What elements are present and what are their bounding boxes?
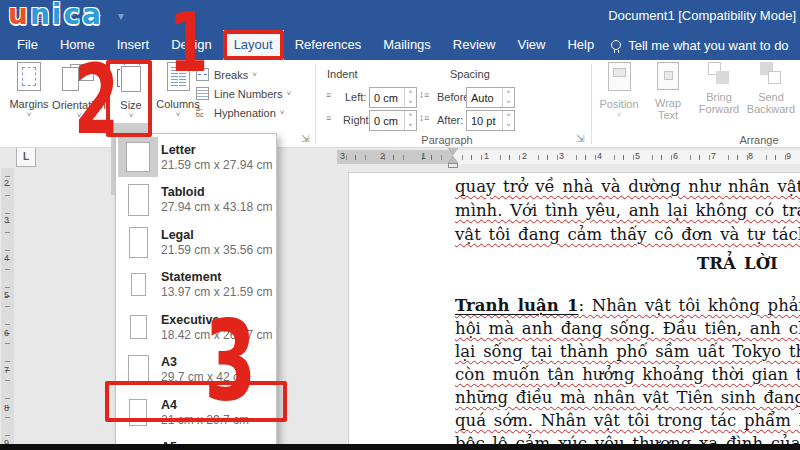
spinner-down-icon[interactable]: ˅ xyxy=(405,121,416,131)
qat-customize-icon[interactable]: ▾ xyxy=(118,9,124,23)
annotation-number-3: 3 xyxy=(204,306,256,416)
tab-layout[interactable]: Layout xyxy=(223,30,284,60)
ruler-number: 5 xyxy=(635,151,640,161)
hyphenation-icon: a-bc xyxy=(196,106,209,119)
ruler-number: 1 xyxy=(421,151,426,161)
document-text-line: lại sống tại thành phố sầm uất Tokyo thế… xyxy=(455,341,800,363)
position-icon xyxy=(608,62,631,91)
spinner-down-icon[interactable]: ˅ xyxy=(405,98,416,108)
group-separator xyxy=(591,64,592,144)
logo-letters-nica: nica xyxy=(30,0,103,31)
spacing-after-bars: ≡ xyxy=(424,113,429,123)
group-separator xyxy=(315,64,316,144)
wrap-text-icon xyxy=(657,62,679,90)
spacing-before-input[interactable]: Auto ˄˅ xyxy=(466,87,515,108)
size-option-legal[interactable]: Legal21.59 cm x 35.56 cm xyxy=(116,221,276,264)
chevron-down-icon: ˅ xyxy=(596,111,642,119)
size-option-dims: 21.59 cm x 35.56 cm xyxy=(161,243,272,258)
size-option-name: Statement xyxy=(161,269,272,285)
position-button[interactable]: Position ˅ xyxy=(596,62,642,119)
ruler-number: 5 xyxy=(4,290,9,300)
indent-marker[interactable] xyxy=(448,148,459,168)
paper-icon xyxy=(118,180,158,220)
send-backward-button[interactable]: Send Backward xyxy=(744,62,798,115)
ruler-number: 8 xyxy=(4,403,9,413)
size-option-tabloid[interactable]: Tabloid27.94 cm x 43.18 cm xyxy=(116,179,276,222)
tab-review-label: Review xyxy=(453,37,496,52)
tab-mailings[interactable]: Mailings xyxy=(372,30,442,60)
tab-file[interactable]: File xyxy=(6,30,49,60)
bring-forward-label-2: Forward xyxy=(694,103,744,115)
ribbon-tab-bar: File Home Insert Design Layout Reference… xyxy=(0,30,800,60)
chevron-down-icon: ˅ xyxy=(286,89,291,98)
spacing-before-spinner[interactable]: ˄˅ xyxy=(502,88,514,107)
paper-icon xyxy=(118,265,158,305)
spinner-down-icon[interactable]: ˅ xyxy=(503,98,514,108)
spinner-up-icon[interactable]: ˄ xyxy=(405,88,416,98)
tell-me-label: Tell me what you want to do xyxy=(628,38,788,53)
spinner-down-icon[interactable]: ˅ xyxy=(503,121,514,131)
ruler-number: 4 xyxy=(597,151,602,161)
margins-icon xyxy=(17,62,41,91)
annotation-box-step3 xyxy=(105,381,287,422)
ruler-number: 6 xyxy=(4,328,9,338)
tab-help-label: Help xyxy=(567,37,594,52)
document-text-line: Tranh luận 1: Nhân vật tôi không phải đa… xyxy=(455,295,800,317)
tab-view[interactable]: View xyxy=(506,30,556,60)
chevron-down-icon: ˅ xyxy=(280,108,285,117)
indent-right-icon-bars: ≡ xyxy=(326,113,331,123)
bottom-black-bar xyxy=(0,444,800,450)
size-option-letter[interactable]: Letter21.59 cm x 27.94 cm xyxy=(116,136,276,179)
bring-forward-button[interactable]: Bring Forward xyxy=(694,62,744,115)
indent-left-spinner[interactable]: ˄˅ xyxy=(404,88,416,107)
unica-logo: unica xyxy=(8,0,103,31)
indent-right-spinner[interactable]: ˄˅ xyxy=(404,111,416,130)
tab-references[interactable]: References xyxy=(284,30,372,60)
paragraph-dialog-launcher-icon[interactable]: ⇲ xyxy=(576,134,584,144)
tab-layout-label: Layout xyxy=(234,37,273,52)
ruler-number: 3 xyxy=(340,151,345,161)
document-text-line: những điều mà nhân vật Tiên sinh đang cấ… xyxy=(455,387,800,409)
document-text-line: hội mà anh đang sống. Đầu tiên, anh chỉ … xyxy=(455,318,800,340)
spacing-after-value: 10 pt xyxy=(467,115,502,127)
document-text-line: vật tôi đang cảm thấy cô đơn và tự tách … xyxy=(455,224,800,246)
wrap-text-label-1: Wrap xyxy=(644,97,692,109)
paper-icon xyxy=(118,307,158,347)
margins-button[interactable]: Margins ˅ xyxy=(6,62,52,119)
spinner-up-icon[interactable]: ˄ xyxy=(405,111,416,121)
indent-section-label: Indent xyxy=(327,68,358,80)
spinner-up-icon[interactable]: ˄ xyxy=(503,88,514,98)
line-numbers-label: Line Numbers xyxy=(214,88,282,100)
paper-icon-selected xyxy=(118,137,158,177)
spacing-after-input[interactable]: 10 pt ˄˅ xyxy=(466,110,515,131)
ruler-number: 3 xyxy=(4,215,9,225)
chevron-down-icon: ˅ xyxy=(6,111,52,119)
tab-help[interactable]: Help xyxy=(556,30,605,60)
horizontal-ruler-margin xyxy=(337,150,453,164)
bring-forward-icon xyxy=(708,62,730,86)
spinner-up-icon[interactable]: ˄ xyxy=(503,111,514,121)
logo-letter-u: u xyxy=(8,0,30,31)
line-numbers-button[interactable]: Line Numbers ˅ xyxy=(196,87,291,100)
tab-selector[interactable]: L xyxy=(16,147,36,167)
page-setup-dialog-launcher-icon[interactable]: ⇲ xyxy=(301,134,309,144)
send-backward-icon xyxy=(760,62,782,86)
ruler-number: 3 xyxy=(559,151,564,161)
indent-right-value: 0 cm xyxy=(370,115,404,127)
indent-right-input[interactable]: 0 cm ˄˅ xyxy=(369,110,417,131)
indent-left-input[interactable]: 0 cm ˄˅ xyxy=(369,87,417,108)
ruler-number: 7 xyxy=(711,151,716,161)
paragraph-group-label: Paragraph xyxy=(385,134,509,146)
tell-me-box[interactable]: Tell me what you want to do xyxy=(611,30,788,60)
position-label: Position xyxy=(596,98,642,110)
indent-left-value: 0 cm xyxy=(370,92,404,104)
paper-icon xyxy=(118,222,158,262)
indent-right-icon: ≡ xyxy=(326,112,331,123)
annotation-number-2: 2 xyxy=(74,52,119,148)
wrap-text-button[interactable]: Wrap Text xyxy=(644,62,692,121)
document-lead-rest: : Nhân vật tôi không phải đang cảm xyxy=(578,296,800,315)
spacing-after-label: After: xyxy=(437,114,463,126)
spacing-after-spinner[interactable]: ˄˅ xyxy=(502,111,514,130)
hyphenation-button[interactable]: a-bc Hyphenation ˅ xyxy=(196,106,284,119)
tab-review[interactable]: Review xyxy=(442,30,507,60)
